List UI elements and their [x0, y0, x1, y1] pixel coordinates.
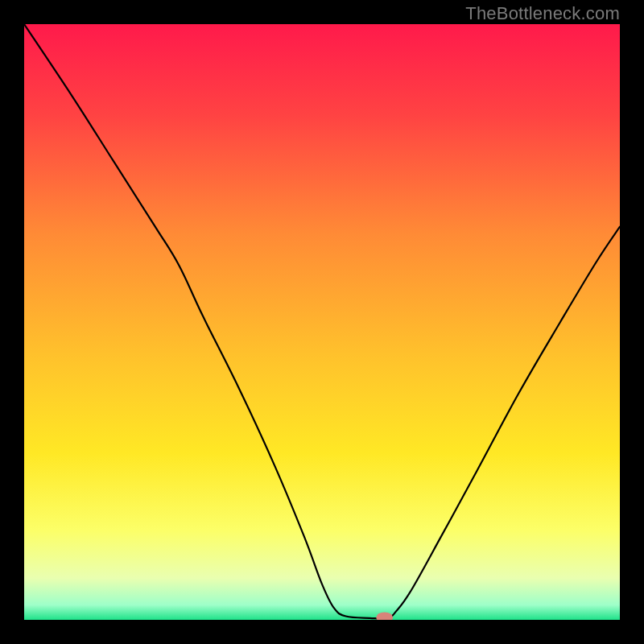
watermark-text: TheBottleneck.com	[465, 3, 620, 24]
chart-background	[24, 24, 620, 620]
chart-svg	[24, 24, 620, 620]
chart-frame: TheBottleneck.com	[0, 0, 644, 644]
bottleneck-chart	[24, 24, 620, 620]
